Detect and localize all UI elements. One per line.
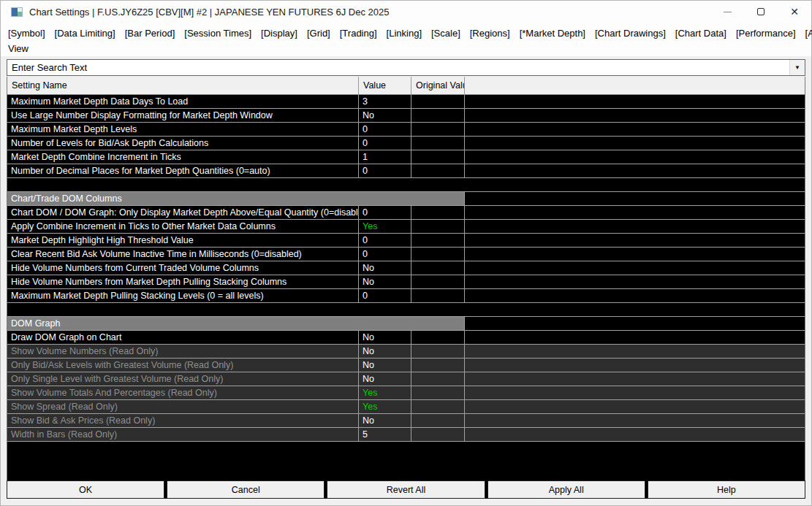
menu-item-data-limiting[interactable]: [Data Limiting] (55, 28, 115, 39)
value-cell[interactable]: Yes (359, 386, 411, 399)
menu-item-trading[interactable]: [Trading] (340, 28, 377, 39)
table-row-use-large-number-display-formatting-for-market-depth-window[interactable]: Use Large Number Display Formatting for … (7, 109, 805, 123)
revert-all-button[interactable]: Revert All (327, 480, 485, 499)
menu-item-session-times[interactable]: [Session Times] (184, 28, 251, 39)
value-cell[interactable]: No (359, 345, 411, 358)
table-row-market-depth-highlight-high-threshold-value[interactable]: Market Depth Highlight High Threshold Va… (7, 234, 805, 248)
value-cell[interactable]: No (359, 331, 411, 344)
search-input[interactable] (7, 60, 789, 75)
help-button[interactable]: Help (648, 480, 805, 499)
column-header-original-value[interactable]: Original Valu (411, 77, 465, 94)
original-value-cell (411, 248, 465, 261)
setting-name-cell: Number of Levels for Bid/Ask Depth Calcu… (7, 137, 359, 150)
table-row-maximum-market-depth-levels[interactable]: Maximum Market Depth Levels0 (7, 123, 805, 137)
section-row-chart-trade-dom-columns: Chart/Trade DOM Columns (7, 192, 805, 206)
search-combo: ▼ (7, 59, 805, 76)
row-empty-cell (465, 345, 805, 358)
value-cell[interactable]: No (359, 275, 411, 288)
row-empty-cell (465, 414, 805, 427)
chart-settings-window: Chart Settings | F.US.JY6Z25 [CBV][M] #2… (0, 0, 812, 506)
footer-button-bar: OKCancelRevert AllApply AllHelp (7, 480, 805, 499)
value-cell[interactable]: 0 (359, 164, 411, 177)
value-cell[interactable]: No (359, 359, 411, 372)
original-value-cell (411, 261, 465, 275)
row-empty-cell (465, 428, 805, 441)
menu-item-chart-data[interactable]: [Chart Data] (675, 28, 726, 39)
table-row-number-of-levels-for-bid-ask-depth-calculations[interactable]: Number of Levels for Bid/Ask Depth Calcu… (7, 137, 805, 150)
value-cell[interactable]: 0 (359, 289, 411, 302)
value-cell[interactable]: Yes (359, 400, 411, 413)
column-header-value[interactable]: Value (359, 77, 411, 94)
value-cell[interactable]: Yes (359, 220, 411, 233)
table-row-show-bid-ask-prices-read-only[interactable]: Show Bid & Ask Prices (Read Only)No (7, 414, 805, 428)
menu-item-grid[interactable]: [Grid] (307, 28, 330, 39)
maximize-button[interactable] (744, 1, 778, 23)
table-row-number-of-decimal-places-for-market-depth-quantities-0-auto[interactable]: Number of Decimal Places for Market Dept… (7, 164, 805, 178)
table-row-clear-recent-bid-ask-volume-inactive-time-in-milliseconds-0-disabled[interactable]: Clear Recent Bid Ask Volume Inactive Tim… (7, 248, 805, 261)
ok-button[interactable]: OK (7, 480, 164, 499)
value-cell[interactable]: No (359, 372, 411, 386)
menu-item-performance[interactable]: [Performance] (736, 28, 796, 39)
setting-name-cell: Maximum Market Depth Levels (7, 123, 359, 136)
value-cell[interactable]: No (359, 109, 411, 122)
apply-all-button[interactable]: Apply All (487, 480, 645, 499)
value-cell[interactable]: 5 (359, 428, 411, 441)
menu-item-market-depth[interactable]: [*Market Depth] (520, 28, 585, 39)
table-row-hide-volume-numbers-from-current-traded-volume-columns[interactable]: Hide Volume Numbers from Current Traded … (7, 261, 805, 275)
menu-item-symbol[interactable]: [Symbol] (8, 28, 45, 39)
table-empty-area (7, 442, 805, 480)
setting-name-cell: Width in Bars (Read Only) (7, 428, 359, 441)
table-body: Maximum Market Depth Data Days To Load3U… (7, 95, 805, 442)
table-row-market-depth-combine-increment-in-ticks[interactable]: Market Depth Combine Increment in Ticks1 (7, 150, 805, 164)
table-row-draw-dom-graph-on-chart[interactable]: Draw DOM Graph on ChartNo (7, 331, 805, 345)
value-cell[interactable]: 3 (359, 95, 411, 108)
row-empty-cell (465, 150, 805, 164)
original-value-cell (411, 331, 465, 344)
table-row-show-volume-totals-and-percentages-read-only[interactable]: Show Volume Totals And Percentages (Read… (7, 386, 805, 400)
menu-item-linking[interactable]: [Linking] (387, 28, 422, 39)
menu-item-display[interactable]: [Display] (261, 28, 297, 39)
table-row-maximum-market-depth-data-days-to-load[interactable]: Maximum Market Depth Data Days To Load3 (7, 95, 805, 109)
column-header-setting-name[interactable]: Setting Name (7, 77, 359, 94)
table-row-show-spread-read-only[interactable]: Show Spread (Read Only)Yes (7, 400, 805, 414)
table-row-only-bid-ask-levels-with-greatest-volume-read-only[interactable]: Only Bid/Ask Levels with Greatest Volume… (7, 359, 805, 372)
table-row-apply-combine-increment-in-ticks-to-other-market-data-columns[interactable]: Apply Combine Increment in Ticks to Othe… (7, 220, 805, 234)
close-button[interactable]: ✕ (778, 1, 811, 23)
setting-name-cell: Show Volume Numbers (Read Only) (7, 345, 359, 358)
table-row-only-single-level-with-greatest-volume-read-only[interactable]: Only Single Level with Greatest Volume (… (7, 372, 805, 386)
setting-name-cell: Only Bid/Ask Levels with Greatest Volume… (7, 359, 359, 372)
table-row-maximum-market-depth-pulling-stacking-levels-0-all-levels[interactable]: Maximum Market Depth Pulling Stacking Le… (7, 289, 805, 303)
original-value-cell (411, 372, 465, 386)
cancel-button[interactable]: Cancel (167, 480, 325, 499)
table-row-show-volume-numbers-read-only[interactable]: Show Volume Numbers (Read Only)No (7, 345, 805, 359)
menu-item-chart-drawings[interactable]: [Chart Drawings] (595, 28, 666, 39)
value-cell[interactable]: 1 (359, 150, 411, 164)
value-cell[interactable]: 0 (359, 248, 411, 261)
original-value-cell (411, 414, 465, 427)
row-empty-cell (465, 289, 805, 302)
original-value-cell (411, 95, 465, 108)
table-row-width-in-bars-read-only[interactable]: Width in Bars (Read Only)5 (7, 428, 805, 442)
value-cell[interactable]: 0 (359, 206, 411, 219)
menu-item-bar-period[interactable]: [Bar Period] (125, 28, 175, 39)
setting-name-cell: Show Spread (Read Only) (7, 400, 359, 413)
menu-item-regions[interactable]: [Regions] (470, 28, 510, 39)
value-cell[interactable]: 0 (359, 123, 411, 136)
chevron-down-icon: ▼ (794, 64, 800, 71)
menu-item-view[interactable]: View (8, 43, 29, 54)
value-cell[interactable]: 0 (359, 137, 411, 150)
spacer-row (7, 178, 805, 192)
menu-item-scale[interactable]: [Scale] (431, 28, 460, 39)
value-cell[interactable]: No (359, 414, 411, 427)
setting-name-cell: Hide Volume Numbers from Market Depth Pu… (7, 275, 359, 288)
value-cell[interactable]: 0 (359, 234, 411, 247)
search-dropdown-button[interactable]: ▼ (789, 60, 805, 75)
table-row-hide-volume-numbers-from-market-depth-pulling-stacking-columns[interactable]: Hide Volume Numbers from Market Depth Pu… (7, 275, 805, 289)
menu-item-alert[interactable]: [Alert] (805, 28, 812, 39)
window-title: Chart Settings | F.US.JY6Z25 [CBV][M] #2… (29, 7, 390, 18)
setting-name-cell: Draw DOM Graph on Chart (7, 331, 359, 344)
table-row-chart-dom-dom-graph-only-display-market-depth-above-equal-quantity-0-disabled[interactable]: Chart DOM / DOM Graph: Only Display Mark… (7, 206, 805, 220)
value-cell[interactable]: No (359, 261, 411, 275)
minimize-button[interactable] (710, 1, 744, 23)
dialog-content: ▼ Setting Name Value Original Valu Maxim… (1, 56, 811, 505)
